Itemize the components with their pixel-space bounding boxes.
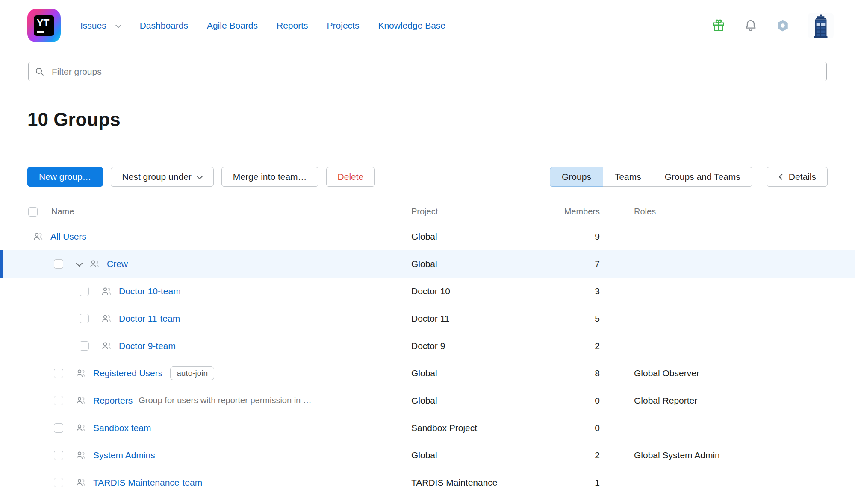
table-row[interactable]: Reporters Group for users with reporter …	[0, 387, 855, 414]
group-link[interactable]: Doctor 11-team	[119, 314, 180, 324]
group-icon	[75, 450, 86, 461]
group-description: Group for users with reporter permission…	[139, 396, 312, 405]
row-checkbox[interactable]	[80, 314, 89, 323]
table-header: Name Project Members Roles	[0, 201, 855, 223]
row-checkbox[interactable]	[54, 451, 63, 460]
groups-table: All Users Global 9 Crew Global 7 Doctor …	[0, 223, 855, 496]
row-checkbox[interactable]	[80, 287, 89, 296]
logo-underscore	[37, 31, 44, 33]
segment-groups[interactable]: Groups	[550, 167, 603, 187]
row-checkbox[interactable]	[54, 478, 63, 487]
nav-issues-group: Issues	[80, 21, 121, 31]
row-checkbox[interactable]	[54, 369, 63, 378]
nest-group-under-button[interactable]: Nest group under	[111, 167, 214, 187]
filter-groups-bar	[28, 62, 827, 81]
select-all-checkbox[interactable]	[28, 207, 38, 217]
top-icons	[711, 13, 834, 38]
table-row[interactable]: TARDIS Maintenance-team TARDIS Maintenan…	[0, 469, 855, 496]
group-icon	[101, 340, 112, 352]
youtrack-logo[interactable]: YT	[27, 9, 61, 42]
project-cell: Global	[411, 368, 554, 378]
members-cell: 5	[554, 314, 601, 324]
table-row[interactable]: Sandbox team Sandbox Project 0	[0, 414, 855, 442]
view-switcher: Groups Teams Groups and Teams	[550, 167, 752, 187]
details-label: Details	[789, 172, 816, 182]
auto-join-badge: auto-join	[170, 366, 214, 380]
members-cell: 9	[554, 231, 601, 242]
roles-cell: Global Observer	[601, 368, 855, 378]
group-icon	[75, 368, 86, 379]
gift-icon[interactable]	[711, 18, 726, 33]
roles-cell: Global System Admin	[601, 450, 855, 460]
group-icon	[75, 477, 86, 488]
column-header-members: Members	[554, 207, 601, 217]
nav-item-reports[interactable]: Reports	[277, 21, 308, 31]
nav-item-agile-boards[interactable]: Agile Boards	[207, 21, 258, 31]
table-row[interactable]: Doctor 11-team Doctor 11 5	[0, 305, 855, 332]
column-header-roles: Roles	[601, 207, 855, 217]
details-button[interactable]: Details	[767, 167, 828, 187]
groups-toolbar: New group… Nest group under Merge into t…	[27, 167, 828, 187]
chevron-down-icon	[197, 174, 202, 179]
table-row[interactable]: Registered Users auto-join Global 8 Glob…	[0, 360, 855, 387]
nav-item-knowledge-base[interactable]: Knowledge Base	[378, 21, 445, 31]
group-icon	[75, 395, 86, 406]
chevron-left-icon	[778, 174, 784, 179]
project-cell: Doctor 9	[411, 341, 554, 351]
table-row[interactable]: System Admins Global 2 Global System Adm…	[0, 442, 855, 469]
project-cell: Global	[411, 450, 554, 460]
chevron-down-icon[interactable]	[75, 260, 83, 268]
nav-item-projects[interactable]: Projects	[327, 21, 360, 31]
group-link[interactable]: Reporters	[93, 396, 133, 406]
table-row[interactable]: Doctor 10-team Doctor 10 3	[0, 278, 855, 305]
page-title: 10 Groups	[27, 108, 828, 131]
filter-groups-input[interactable]	[51, 66, 820, 77]
table-row[interactable]: All Users Global 9	[0, 223, 855, 250]
project-cell: TARDIS Maintenance	[411, 478, 554, 488]
nav-item-dashboards[interactable]: Dashboards	[140, 21, 188, 31]
group-link[interactable]: System Admins	[93, 450, 155, 460]
project-cell: Global	[411, 396, 554, 406]
merge-label: Merge into team…	[233, 172, 307, 182]
chevron-down-icon[interactable]	[115, 23, 121, 28]
group-link[interactable]: Doctor 9-team	[119, 341, 176, 351]
logo-text: YT	[37, 18, 49, 29]
table-row[interactable]: Doctor 9-team Doctor 9 2	[0, 332, 855, 360]
group-link[interactable]: All Users	[50, 231, 86, 242]
group-link[interactable]: Registered Users	[93, 368, 162, 378]
members-cell: 8	[554, 368, 601, 378]
project-cell: Doctor 10	[411, 286, 554, 296]
group-icon	[101, 286, 112, 297]
nav-item-issues[interactable]: Issues	[80, 21, 106, 31]
tardis-avatar-image	[812, 14, 830, 38]
members-cell: 2	[554, 341, 601, 351]
group-icon	[32, 231, 44, 242]
members-cell: 3	[554, 286, 601, 296]
main-nav: Issues Dashboards Agile Boards Reports P…	[80, 21, 445, 31]
table-row[interactable]: Crew Global 7	[0, 250, 855, 278]
name-header-label: Name	[51, 207, 74, 217]
delete-button[interactable]: Delete	[326, 167, 375, 187]
bell-icon[interactable]	[744, 19, 758, 32]
group-icon	[101, 313, 112, 324]
group-link[interactable]: Crew	[107, 259, 128, 269]
merge-into-team-button[interactable]: Merge into team…	[221, 167, 318, 187]
youtrack-logo-mark: YT	[34, 15, 54, 36]
group-link[interactable]: Doctor 10-team	[119, 286, 181, 296]
row-checkbox[interactable]	[54, 423, 63, 433]
nav-divider	[111, 21, 111, 30]
group-link[interactable]: TARDIS Maintenance-team	[93, 478, 202, 488]
new-group-label: New group…	[39, 172, 91, 182]
user-avatar[interactable]	[808, 13, 834, 38]
group-icon	[89, 258, 100, 270]
row-checkbox[interactable]	[54, 259, 63, 269]
column-header-name: Name	[0, 207, 411, 217]
segment-groups-and-teams[interactable]: Groups and Teams	[653, 167, 752, 187]
nest-group-label: Nest group under	[122, 172, 192, 182]
new-group-button[interactable]: New group…	[27, 167, 103, 187]
row-checkbox[interactable]	[54, 396, 63, 405]
settings-icon[interactable]	[775, 18, 790, 33]
row-checkbox[interactable]	[80, 341, 89, 351]
group-link[interactable]: Sandbox team	[93, 423, 151, 433]
segment-teams[interactable]: Teams	[603, 167, 653, 187]
